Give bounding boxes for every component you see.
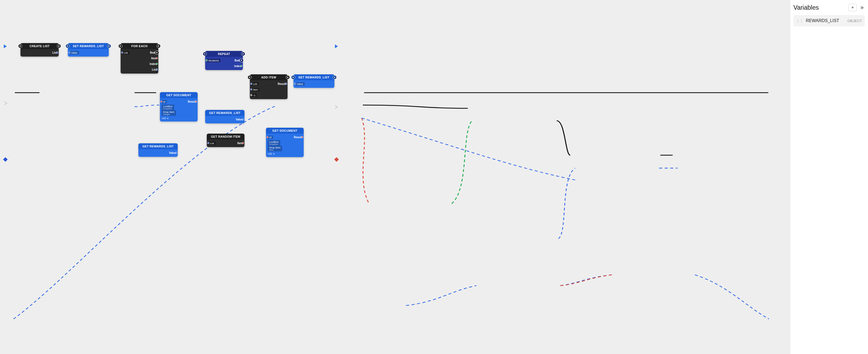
field-dropitem-item[interactable]: Drop Item Item	[268, 146, 282, 151]
node-title: GET REWARDS_LIST	[143, 145, 174, 148]
port-in-list[interactable]: List	[122, 51, 129, 54]
port-dot[interactable]	[294, 83, 296, 85]
node-header[interactable]: GET DOCUMENT	[160, 92, 197, 98]
app-root: .dash { stroke-dasharray: 5 4; fill:none…	[0, 0, 868, 354]
port-out-result: Result	[278, 83, 286, 85]
node-title: GET DOCUMENT	[166, 93, 191, 97]
variables-panel-header: Variables + »	[794, 4, 865, 11]
port-in-iterations[interactable]: Iterations	[207, 59, 220, 62]
port-dot[interactable]	[156, 63, 158, 65]
port-dot[interactable]	[250, 94, 252, 96]
node-title: GET REWARDS_LIST	[209, 111, 241, 115]
graph-canvas[interactable]: .dash { stroke-dasharray: 5 4; fill:none…	[0, 0, 790, 354]
port-dot[interactable]	[250, 83, 252, 85]
port-in-item[interactable]: Item	[251, 88, 259, 91]
node-title: GET RANDOM ITEM	[211, 135, 241, 138]
node-title: ADD ITEM	[261, 76, 276, 79]
port-dot[interactable]	[242, 119, 244, 120]
field-lootbox[interactable]: LootBox DropItem	[161, 105, 174, 110]
node-title: SET REWARDS_LIST	[73, 45, 104, 48]
port-dot[interactable]	[175, 152, 177, 154]
port-dot[interactable]	[242, 142, 244, 144]
node-set-rewards-2[interactable]: SET REWARDS_LIST Value	[293, 75, 334, 88]
node-header[interactable]: SET REWARDS_LIST	[293, 75, 334, 80]
port-out-result: Result	[188, 100, 196, 103]
node-header[interactable]: GET DOCUMENT	[266, 128, 304, 134]
variable-row[interactable]: ⋮⋮ REWARDS_LIST OBJECT	[794, 15, 865, 26]
node-header[interactable]: SET REWARDS_LIST	[68, 43, 109, 49]
node-set-rewards-1[interactable]: SET REWARDS_LIST Value	[68, 43, 109, 57]
add-variable-button[interactable]: +	[848, 4, 857, 11]
flow-mid-left-anchor[interactable]	[4, 101, 7, 105]
node-get-document-1[interactable]: GET DOCUMENT Id Result LootBox DropItem	[160, 92, 197, 121]
data-entry-anchor[interactable]	[3, 157, 8, 162]
node-add-item[interactable]: ADD ITEM List Result Item -1	[250, 75, 287, 99]
add-field-button[interactable]: Add+	[161, 117, 196, 120]
flow-entry-anchor[interactable]	[4, 45, 7, 48]
node-get-rewards-2[interactable]: GET REWARDS_LIST Value	[138, 143, 178, 157]
port-dot[interactable]	[206, 60, 208, 61]
data-exit-anchor[interactable]	[334, 157, 339, 162]
node-get-document-2[interactable]: GET DOCUMENT Id Result LootBox DropItem	[266, 128, 304, 157]
wires-layer: .dash { stroke-dasharray: 5 4; fill:none…	[0, 0, 790, 354]
collapse-panel-button[interactable]: »	[859, 4, 865, 11]
node-header[interactable]: REPEAT	[205, 51, 243, 57]
port-dot[interactable]	[195, 101, 197, 102]
port-in-value[interactable]: Value	[295, 82, 305, 86]
field-lootbox[interactable]: LootBox DropItem	[268, 140, 280, 146]
port-dot[interactable]	[68, 52, 70, 54]
node-header[interactable]: GET REWARDS_LIST	[205, 110, 244, 116]
node-title: CREATE LIST	[30, 45, 50, 48]
port-dot[interactable]	[241, 65, 242, 67]
port-in-list[interactable]: List	[251, 82, 259, 86]
node-title: GET DOCUMENT	[273, 129, 298, 132]
variables-panel: Variables + » ⋮⋮ REWARDS_LIST OBJECT	[790, 0, 868, 354]
add-field-button[interactable]: Add+	[268, 152, 302, 155]
node-header[interactable]: GET RANDOM ITEM	[207, 134, 244, 140]
field-dropitem-weight[interactable]: Drop Item Weight	[161, 110, 176, 116]
port-dot[interactable]	[267, 136, 269, 138]
port-out-result: Result	[294, 136, 302, 139]
node-header[interactable]: CREATE LIST	[21, 43, 59, 49]
flow-exit-anchor[interactable]	[335, 45, 338, 48]
port-dot[interactable]	[250, 89, 252, 90]
node-header[interactable]: FOR EACH	[121, 43, 158, 49]
port-dot[interactable]	[156, 57, 158, 59]
port-in-value[interactable]: Value	[69, 51, 79, 54]
node-for-each[interactable]: FOR EACH List Body Item	[121, 43, 158, 73]
graph-canvas-inner: .dash { stroke-dasharray: 5 4; fill:none…	[0, 0, 790, 354]
node-repeat[interactable]: REPEAT Iterations Body Index	[205, 51, 243, 70]
node-header[interactable]: GET REWARDS_LIST	[138, 143, 178, 149]
variable-type: OBJECT	[847, 19, 862, 23]
port-dot[interactable]	[156, 69, 158, 70]
node-title: SET REWARDS_LIST	[298, 76, 329, 79]
variable-name: REWARDS_LIST	[806, 18, 845, 23]
node-title: FOR EACH	[131, 45, 148, 48]
port-dot[interactable]	[285, 83, 287, 85]
port-dot[interactable]	[301, 136, 303, 138]
flow-mid-right-anchor[interactable]	[335, 105, 338, 109]
port-dot[interactable]	[56, 52, 58, 54]
port-dot[interactable]	[121, 52, 123, 54]
node-get-rewards-1[interactable]: GET REWARDS_LIST Value	[205, 110, 244, 123]
port-dot[interactable]	[207, 142, 209, 144]
port-in-index[interactable]: -1	[251, 93, 257, 97]
port-in-list[interactable]: List	[208, 142, 216, 145]
node-get-random-item[interactable]: GET RANDOM ITEM List Item	[207, 134, 244, 147]
drag-handle-icon[interactable]: ⋮⋮	[796, 19, 803, 23]
port-dot[interactable]	[160, 101, 162, 102]
node-header[interactable]: ADD ITEM	[250, 75, 287, 80]
node-title: REPEAT	[218, 52, 230, 56]
variables-title: Variables	[794, 4, 819, 11]
node-create-list[interactable]: CREATE LIST List	[21, 43, 59, 57]
